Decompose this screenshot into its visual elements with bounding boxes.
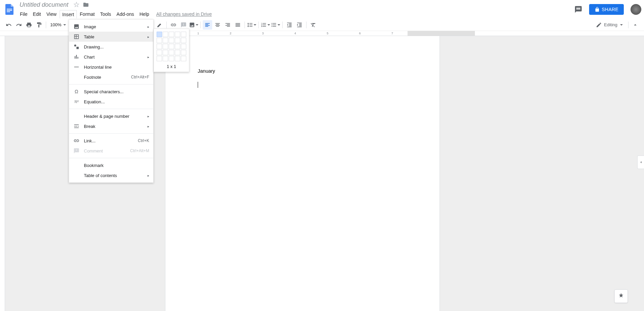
menu-tools[interactable]: Tools (98, 10, 114, 18)
folder-icon[interactable] (83, 1, 89, 8)
document-title[interactable]: Untitled document (18, 1, 70, 9)
align-center-button[interactable] (213, 20, 222, 30)
menu-item-bookmark[interactable]: Bookmark (69, 160, 153, 170)
pi-icon: π² (73, 98, 80, 105)
vertical-ruler[interactable] (0, 36, 5, 311)
table-cell[interactable] (169, 50, 174, 55)
table-cell[interactable] (181, 50, 186, 55)
editing-mode-selector[interactable]: Editing (592, 21, 626, 29)
table-cell[interactable] (181, 44, 186, 49)
table-cell[interactable] (175, 56, 180, 61)
document-page[interactable]: January (165, 36, 440, 311)
star-icon[interactable] (73, 1, 80, 8)
menu-help[interactable]: Help (137, 10, 152, 18)
table-cell[interactable] (163, 56, 168, 61)
line-spacing-button[interactable] (247, 20, 256, 30)
numbered-list-button[interactable] (261, 20, 270, 30)
align-right-button[interactable] (223, 20, 232, 30)
horizontal-line-icon (73, 64, 80, 70)
table-cell[interactable] (163, 50, 168, 55)
menu-item-toc[interactable]: Table of contents ▸ (69, 170, 153, 180)
svg-point-3 (74, 44, 76, 46)
docs-logo[interactable] (3, 3, 16, 16)
explore-button[interactable] (614, 289, 628, 303)
table-cell[interactable] (157, 56, 162, 61)
table-cell[interactable] (181, 32, 186, 37)
document-text-line[interactable]: January (198, 68, 407, 74)
table-cell[interactable] (175, 44, 180, 49)
table-icon (73, 33, 80, 40)
svg-rect-2 (7, 11, 10, 12)
align-justify-button[interactable] (233, 20, 243, 30)
app-header: Untitled document File Edit View Insert … (0, 0, 644, 19)
table-cell[interactable] (169, 38, 174, 43)
print-button[interactable] (24, 20, 34, 30)
menu-item-break[interactable]: Break ▸ (69, 121, 153, 131)
menu-format[interactable]: Format (77, 10, 97, 18)
insert-image-button[interactable] (189, 20, 198, 30)
table-cell[interactable] (169, 32, 174, 37)
text-cursor (198, 82, 407, 88)
menu-item-chart[interactable]: Chart ▸ (69, 52, 153, 62)
table-grid[interactable] (157, 32, 186, 61)
table-cell[interactable] (169, 56, 174, 61)
menu-item-image[interactable]: Image ▸ (69, 22, 153, 32)
table-cell[interactable] (175, 32, 180, 37)
menu-addons[interactable]: Add-ons (114, 10, 136, 18)
menu-item-header-page-number[interactable]: Header & page number ▸ (69, 111, 153, 121)
menu-view[interactable]: View (44, 10, 59, 18)
menu-edit[interactable]: Edit (31, 10, 43, 18)
share-button[interactable]: SHARE (589, 4, 624, 15)
menu-item-link[interactable]: Link... Ctrl+K (69, 136, 153, 146)
insert-link-button[interactable] (169, 20, 178, 30)
table-cell[interactable] (157, 38, 162, 43)
bulleted-list-button[interactable] (271, 20, 280, 30)
menu-item-drawing[interactable]: Drawing... (69, 42, 153, 52)
comment-icon (73, 147, 80, 154)
menu-item-special-chars[interactable]: Ω Special characters... (69, 87, 153, 97)
paint-format-button[interactable] (34, 20, 44, 30)
header-right: SHARE (572, 3, 641, 16)
table-cell[interactable] (163, 44, 168, 49)
table-cell[interactable] (181, 38, 186, 43)
menu-item-footnote[interactable]: Footnote Ctrl+Alt+F (69, 72, 153, 82)
hide-menus-button[interactable] (631, 20, 640, 30)
decrease-indent-button[interactable] (285, 20, 294, 30)
increase-indent-button[interactable] (295, 20, 304, 30)
menu-insert[interactable]: Insert (60, 10, 77, 19)
svg-rect-0 (7, 9, 12, 9)
zoom-selector[interactable]: 100% (48, 21, 68, 29)
svg-rect-5 (74, 67, 79, 67)
redo-button[interactable] (14, 20, 24, 30)
table-cell[interactable] (169, 44, 174, 49)
menu-item-table[interactable]: Table ▸ (69, 32, 153, 42)
table-cell[interactable] (157, 50, 162, 55)
user-avatar[interactable] (631, 4, 641, 15)
table-size-picker: 1 x 1 (154, 29, 189, 72)
comments-button[interactable] (572, 3, 585, 16)
table-cell[interactable] (175, 38, 180, 43)
menu-item-comment: Comment Ctrl+Alt+M (69, 146, 153, 156)
table-cell[interactable] (157, 44, 162, 49)
table-cell[interactable] (163, 38, 168, 43)
side-panel-toggle[interactable] (637, 156, 644, 169)
menubar: File Edit View Insert Format Tools Add-o… (18, 10, 572, 19)
table-cell[interactable] (175, 50, 180, 55)
menu-item-horizontal-line[interactable]: Horizontal line (69, 62, 153, 72)
save-status[interactable]: All changes saved in Drive (156, 11, 212, 17)
clear-formatting-button[interactable] (309, 20, 318, 30)
chart-icon (73, 54, 80, 60)
table-cell[interactable] (163, 32, 168, 37)
table-cell[interactable] (181, 56, 186, 61)
insert-comment-button[interactable] (179, 20, 188, 30)
undo-button[interactable] (4, 20, 13, 30)
highlight-button[interactable] (155, 20, 164, 30)
insert-dropdown-menu: Image ▸ Table ▸ Drawing... Chart ▸ Horiz… (69, 19, 154, 183)
image-icon (73, 23, 80, 30)
menu-file[interactable]: File (18, 10, 30, 18)
align-left-button[interactable] (203, 20, 212, 30)
menu-item-equation[interactable]: π² Equation... (69, 97, 153, 107)
footnote-icon (73, 74, 80, 80)
table-cell-1-1[interactable] (157, 32, 162, 37)
drawing-icon (73, 43, 80, 50)
